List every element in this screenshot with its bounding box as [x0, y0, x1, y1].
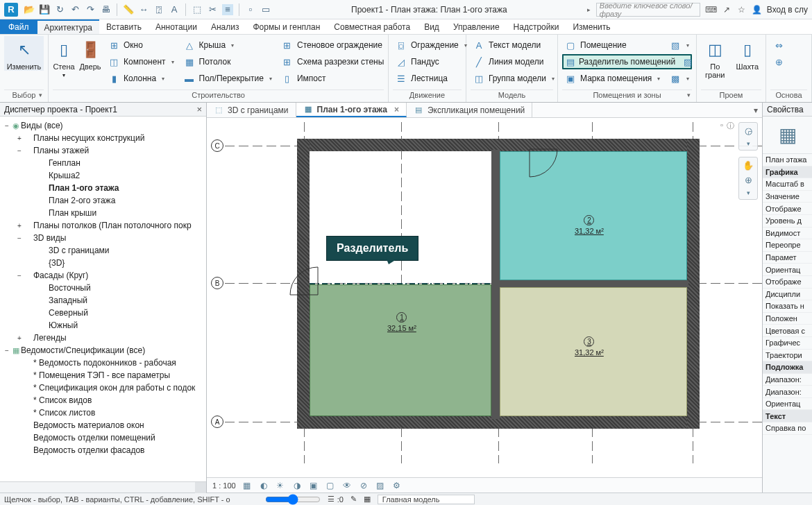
- nav-hand-icon[interactable]: ✋: [743, 160, 754, 171]
- prop-row[interactable]: Уровень д: [763, 215, 812, 228]
- wall-right[interactable]: [687, 139, 700, 429]
- type-selector[interactable]: ▦: [763, 117, 812, 154]
- reveal-icon[interactable]: ▨: [375, 480, 386, 491]
- ceiling-button[interactable]: ▦Потолок: [181, 54, 275, 69]
- view-scale[interactable]: 1 : 100: [212, 481, 236, 490]
- project-tree[interactable]: −◉Виды (все)+Планы несущих конструкций−П…: [0, 117, 206, 481]
- tree-item[interactable]: Крыша2: [0, 169, 206, 182]
- level-button[interactable]: ⇔: [770, 37, 787, 53]
- crop-show-icon[interactable]: ▢: [325, 480, 336, 491]
- tab-architecture[interactable]: Архитектура: [37, 19, 100, 34]
- close-icon[interactable]: ×: [196, 104, 202, 114]
- prop-row[interactable]: Показать н: [763, 300, 812, 313]
- area-tag-icon[interactable]: ▩: [670, 73, 681, 84]
- window-button[interactable]: ⊞Окно: [105, 37, 177, 53]
- tab-addins[interactable]: Надстройки: [507, 19, 566, 34]
- tree-item[interactable]: * Спецификация окон для работы с подок: [0, 382, 206, 394]
- shaft-button[interactable]: ▯Шахта: [734, 36, 762, 71]
- unhide-icon[interactable]: 👁: [341, 480, 353, 491]
- prop-row[interactable]: Справка по: [763, 422, 812, 435]
- temp-hide-icon[interactable]: ⊘: [358, 480, 369, 491]
- keyboard-icon[interactable]: ⌨: [706, 4, 717, 15]
- wall-inner-h[interactable]: [498, 280, 688, 287]
- ramp-button[interactable]: ◿Пандус: [393, 54, 470, 69]
- nav-wheel-icon[interactable]: ◶: [745, 126, 752, 136]
- text-icon[interactable]: A: [169, 4, 180, 15]
- room-tag-3[interactable]: 331,32 м²: [575, 336, 604, 357]
- tree-item[interactable]: * Ведомость подоконников - рабочая: [0, 357, 206, 369]
- prop-row[interactable]: Отображе: [763, 276, 812, 289]
- thin-lines-icon[interactable]: ≡: [222, 4, 233, 15]
- floor-button[interactable]: ▬Пол/Перекрытие▾: [181, 71, 275, 86]
- tab-annotate[interactable]: Аннотации: [149, 19, 204, 34]
- measure-icon[interactable]: 📏: [123, 4, 134, 15]
- room-tag-1[interactable]: 132,15 м²: [387, 312, 416, 332]
- room-tag-2[interactable]: 231,32 м²: [575, 215, 604, 235]
- signin-link[interactable]: Вход в слу: [767, 5, 808, 15]
- status-slider[interactable]: [265, 494, 321, 505]
- h-scrollbar[interactable]: [0, 481, 206, 493]
- 3d-icon[interactable]: ⬚: [192, 4, 203, 15]
- nav-panel[interactable]: ◶ ▾: [738, 122, 758, 151]
- grid-button[interactable]: ⊕: [770, 54, 787, 69]
- share-icon[interactable]: ↗: [721, 4, 732, 15]
- wall-button[interactable]: ▯Стена▾: [53, 36, 75, 78]
- open-icon[interactable]: 📂: [24, 4, 35, 15]
- modify-button[interactable]: ↖ Изменить: [4, 36, 44, 71]
- grid-bubble-c[interactable]: C: [211, 139, 223, 152]
- room-separator-line[interactable]: [310, 283, 491, 284]
- prop-row[interactable]: Переопре: [763, 239, 812, 252]
- curtain-grid-button[interactable]: ⊞Схема разрезки стены: [279, 54, 387, 69]
- railing-button[interactable]: ⌼Ограждение▾: [393, 37, 470, 53]
- editable-icon[interactable]: ✎: [350, 495, 357, 504]
- grid-bubble-b[interactable]: B: [211, 277, 223, 289]
- mullion-button[interactable]: ▯Импост: [279, 71, 387, 86]
- prop-row[interactable]: Цветовая с: [763, 325, 812, 337]
- tab-3d-bounds[interactable]: ⬚3D с границами: [207, 103, 296, 117]
- sun-icon[interactable]: ☀: [275, 480, 286, 491]
- tree-item[interactable]: * Список листов: [0, 406, 206, 419]
- room-separator-button[interactable]: ▤Разделитель помещений▨: [562, 54, 692, 69]
- room-button[interactable]: ▢Помещение▧▾: [562, 37, 692, 53]
- visual-style-icon[interactable]: ◐: [258, 480, 269, 491]
- tree-item[interactable]: Ведомость материалов окон: [0, 419, 206, 431]
- tree-item[interactable]: +Планы несущих конструкций: [0, 132, 206, 144]
- tree-item[interactable]: −◉Виды (все): [0, 119, 206, 132]
- door-button[interactable]: 🚪Дверь: [79, 36, 101, 71]
- canvas-info-icon[interactable]: ⓘ: [727, 121, 734, 131]
- stair-button[interactable]: ☰Лестница: [393, 71, 470, 86]
- prop-row[interactable]: Ориентац: [763, 264, 812, 276]
- worksets-icon[interactable]: ▦: [364, 495, 371, 504]
- tab-plan-1[interactable]: ▦План 1-ого этажа×: [296, 103, 407, 117]
- tree-item[interactable]: Южный: [0, 319, 206, 332]
- switch-win-icon[interactable]: ▭: [260, 4, 271, 15]
- tree-item[interactable]: +Планы потолков (План потолочного покр: [0, 219, 206, 232]
- tree-item[interactable]: План крыши: [0, 207, 206, 219]
- redo-icon[interactable]: ↷: [85, 4, 96, 15]
- area-icon[interactable]: ▧: [670, 40, 681, 51]
- tree-item[interactable]: * Список видов: [0, 394, 206, 406]
- tab-manage[interactable]: Управление: [446, 19, 507, 34]
- tree-item[interactable]: Ведомость отделки помещений: [0, 431, 206, 444]
- tag-icon[interactable]: ⍰: [153, 4, 164, 15]
- shadow-icon[interactable]: ◑: [291, 480, 303, 491]
- prop-row[interactable]: Положен: [763, 313, 812, 325]
- column-button[interactable]: ▮Колонна▾: [105, 71, 177, 86]
- tree-item[interactable]: Генплан: [0, 157, 206, 169]
- tab-collab[interactable]: Совместная работа: [327, 19, 417, 34]
- detail-level-icon[interactable]: ▦: [242, 480, 253, 491]
- tree-item[interactable]: Западный: [0, 294, 206, 307]
- curtain-wall-button[interactable]: ⊞Стеновое ограждение: [279, 37, 387, 53]
- star-icon[interactable]: ☆: [736, 4, 747, 15]
- save-icon[interactable]: 💾: [39, 4, 50, 15]
- tree-item[interactable]: Восточный: [0, 282, 206, 294]
- prop-row[interactable]: Масштаб в: [763, 178, 812, 191]
- canvas-max-icon[interactable]: ▫: [720, 121, 723, 129]
- undo-icon[interactable]: ↶: [69, 4, 81, 15]
- prop-row[interactable]: Диапазон:: [763, 386, 812, 398]
- prop-row[interactable]: Значение: [763, 191, 812, 203]
- tab-analyze[interactable]: Анализ: [204, 19, 246, 34]
- room-tag-button[interactable]: ▣Марка помещения▾▩▾: [562, 71, 692, 86]
- tab-modify[interactable]: Изменить: [566, 19, 617, 34]
- grid-bubble-a[interactable]: A: [211, 416, 223, 428]
